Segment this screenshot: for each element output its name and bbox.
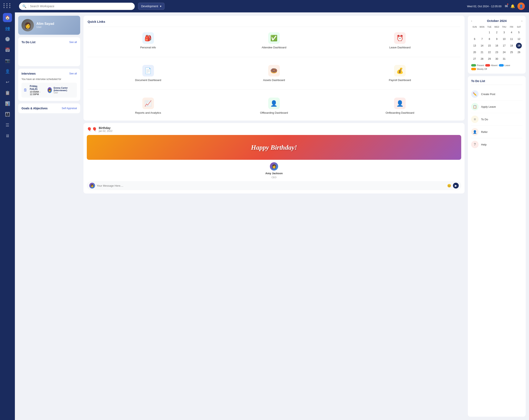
calendar-day-13[interactable]: 13 [472, 43, 477, 49]
todo-list-header: To Do List See all [22, 41, 77, 44]
calendar-day-20[interactable]: 20 [472, 49, 477, 55]
sidebar-item-team[interactable]: 👨‍👩‍👧 [3, 110, 12, 119]
calendar-day-29[interactable]: 29 [487, 56, 492, 62]
search-input[interactable] [30, 5, 132, 8]
calendar-next-button[interactable]: › [521, 19, 522, 23]
calendar-day-12[interactable]: 12 [516, 36, 522, 42]
sidebar-item-report[interactable]: 📊 [3, 99, 12, 108]
offboarding-dashboard-link[interactable]: 👤 Offboarding Dashboard [213, 95, 334, 116]
calendar-day-14[interactable]: 14 [479, 43, 485, 49]
calendar-day-15[interactable]: 15 [487, 43, 492, 49]
offboarding-dashboard-label: Offboarding Dashboard [260, 111, 288, 114]
calendar-day-8[interactable]: 8 [487, 36, 492, 42]
payroll-dashboard-icon: 💰 [394, 65, 406, 77]
sidebar-item-login[interactable]: ↩ [3, 78, 12, 87]
sidebar-item-add-user[interactable]: 👤 [3, 67, 12, 76]
sidebar-item-monitor[interactable]: 🖥 [3, 131, 12, 140]
interviews-see-all[interactable]: See all [69, 72, 77, 75]
sidebar-item-media[interactable]: 📷 [3, 56, 12, 65]
calendar-day-19[interactable]: 19 [516, 43, 522, 49]
payroll-dashboard-label: Payroll Dashboard [389, 79, 411, 82]
emoji-icon[interactable]: 😊 [447, 184, 451, 188]
calendar-day-26[interactable]: 26 [516, 49, 522, 55]
attendee-dashboard-link[interactable]: ✅ Attendee Dashboard [213, 30, 334, 51]
attendee-dashboard-icon: ✅ [268, 32, 280, 44]
calendar-day-22[interactable]: 22 [487, 49, 492, 55]
calendar-day-23[interactable]: 23 [494, 49, 500, 55]
document-dashboard-link[interactable]: 📄 Document Dashboard [88, 63, 209, 84]
calendar-day-3[interactable]: 3 [501, 29, 507, 35]
calendar-day-27[interactable]: 27 [472, 56, 477, 62]
birthday-title: Birthday [99, 126, 112, 130]
onboarding-dashboard-link[interactable]: 👤 Onfboarding Dashboard [340, 95, 460, 116]
sidebar-item-list[interactable]: ☰ [3, 121, 12, 130]
calendar-day-18[interactable]: 18 [509, 43, 514, 49]
calendar-day-11[interactable]: 11 [509, 36, 514, 42]
refer-item[interactable]: 👤 Refer [471, 126, 522, 138]
onboarding-dashboard-label: Onfboarding Dashboard [386, 111, 414, 114]
sidebar-item-document[interactable]: 📋 [3, 88, 12, 97]
personal-info-link[interactable]: 🎒 Personal info [88, 30, 209, 51]
self-appraisal-link[interactable]: Self Appraisal [62, 107, 77, 110]
calendar-day-31[interactable]: 31 [501, 56, 507, 62]
sidebar-item-people[interactable]: 👥 [3, 24, 12, 33]
grid-dots [3, 3, 11, 8]
todo-empty-state [22, 46, 77, 63]
calendar-day-4[interactable]: 4 [509, 29, 514, 35]
calendar-day-17[interactable]: 17 [501, 43, 507, 49]
user-avatar-card: 👩 [22, 19, 34, 31]
calendar-day-16[interactable]: 16 [494, 43, 500, 49]
search-box[interactable]: 🔍 [19, 3, 135, 10]
calendar-day-7[interactable]: 7 [479, 36, 485, 42]
interview-time-info: Friday, Feb,01 10:00AM - 12:30PM [30, 85, 45, 95]
todo-item[interactable]: ≡ To Do [471, 113, 522, 126]
calendar-day-6[interactable]: 6 [472, 36, 477, 42]
calendar-day-25[interactable]: 25 [509, 49, 514, 55]
sidebar-item-clock[interactable]: 🕐 [3, 35, 12, 44]
calendar-day-empty-33 [509, 56, 514, 62]
calendar-day-empty-0 [472, 29, 477, 35]
sidebar-item-home[interactable]: 🏠 [3, 13, 12, 22]
calendar-day-28[interactable]: 28 [479, 56, 485, 62]
leave-dashboard-link[interactable]: ⏰ Leave Dashboard [340, 30, 460, 51]
create-post-icon: ✏️ [471, 90, 479, 98]
interviewer-info: 👩 Emma Carter (Interviewer) User [48, 87, 75, 94]
notification-icon[interactable]: 🔔 [510, 4, 515, 9]
send-button[interactable]: ▶ [453, 183, 459, 189]
user-avatar-topbar[interactable]: 👤 [517, 2, 525, 10]
calendar-day-9[interactable]: 9 [494, 36, 500, 42]
interviews-title: Interviews [22, 72, 36, 75]
sidebar: 🏠 👥 🕐 📅 📷 👤 ↩ 📋 📊 👨‍👩‍👧 ☰ 🖥 [0, 0, 15, 420]
calendar-day-2[interactable]: 2 [494, 29, 500, 35]
message-input[interactable] [97, 184, 446, 187]
cal-header-tue: TUE [486, 25, 493, 29]
weekly-off-label: Weekly Off [477, 68, 487, 70]
reports-analytics-link[interactable]: 📈 Reports and Analytics [88, 95, 209, 116]
payroll-dashboard-link[interactable]: 💰 Payroll Dashboard [340, 63, 460, 84]
create-post-item[interactable]: ✏️ Create Post [471, 88, 522, 100]
help-item[interactable]: ? Help [471, 138, 522, 151]
calendar-prev-button[interactable]: ‹ [471, 19, 472, 23]
todo-see-all[interactable]: See all [69, 41, 77, 44]
mail-icon[interactable]: ✉ [505, 4, 508, 9]
calendar-day-21[interactable]: 21 [479, 49, 485, 55]
assets-dashboard-link[interactable]: 🍩 Assets Dashboard [213, 63, 334, 84]
calendar-day-24[interactable]: 24 [501, 49, 507, 55]
datetime-display: Wed 02, Oct 2024 - 12:05:00 [467, 5, 502, 8]
birthday-person-name: Amy Jackson [265, 172, 283, 175]
workspace-selector[interactable]: Development ▾ [138, 3, 164, 10]
offboarding-dashboard-icon: 👤 [268, 97, 280, 109]
interview-scheduled-text: You have an interview scheduled for [22, 78, 77, 81]
sidebar-item-calendar[interactable]: 📅 [3, 45, 12, 54]
calendar-day-5[interactable]: 5 [516, 29, 522, 35]
user-card: 👩 Alim Sayad User [18, 16, 80, 35]
calendar-day-30[interactable]: 30 [494, 56, 500, 62]
calendar-day-10[interactable]: 10 [501, 36, 507, 42]
calendar-day-1[interactable]: 1 [487, 29, 492, 35]
birthday-banner-text: Happy Birthday! [251, 144, 297, 151]
assets-dashboard-label: Assets Dashboard [263, 79, 285, 82]
help-label: Help [481, 143, 487, 146]
message-box: 👩 😊 ▶ [87, 181, 461, 190]
birthday-person-avatar: 👩 [270, 162, 278, 171]
apply-leave-item[interactable]: 📋 Apply Leave [471, 100, 522, 113]
